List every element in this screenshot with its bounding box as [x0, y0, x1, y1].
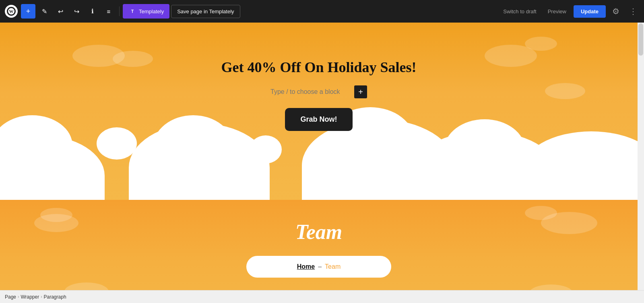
cloud-white — [250, 135, 282, 164]
team-title: Team — [295, 220, 343, 244]
bottom-breadcrumb-bar: Page › Wrapper › Paragraph — [0, 290, 644, 303]
preview-button[interactable]: Preview — [544, 5, 570, 18]
more-options-button[interactable]: ⋮ — [626, 3, 641, 19]
block-input-row: + — [270, 85, 367, 98]
content-area: Get 40% Off On Holiday Sales! + Grab Now… — [0, 23, 638, 303]
settings-button[interactable]: ⚙ — [609, 3, 623, 19]
toolbar-divider — [119, 6, 120, 16]
scrollbar[interactable] — [638, 23, 644, 303]
hero-content: Get 40% Off On Holiday Sales! + Grab Now… — [0, 23, 638, 131]
hero-section: Get 40% Off On Holiday Sales! + Grab Now… — [0, 23, 638, 200]
grab-now-button[interactable]: Grab Now! — [285, 108, 352, 131]
bottom-breadcrumb-wrapper[interactable]: Wrapper — [21, 294, 39, 300]
team-breadcrumb: Home – Team — [246, 256, 391, 278]
bottom-breadcrumb-page[interactable]: Page — [5, 294, 16, 300]
add-block-inline-button[interactable]: + — [354, 85, 367, 98]
save-templately-button[interactable]: Save page in Templately — [171, 5, 240, 18]
edit-button[interactable]: ✎ — [37, 4, 52, 19]
templately-icon: T — [128, 7, 136, 15]
hero-title: Get 40% Off On Holiday Sales! — [221, 59, 417, 76]
bottom-breadcrumb-arrow1: › — [18, 295, 19, 299]
toolbar-right: Switch to draft Preview Update ⚙ ⋮ — [499, 3, 641, 19]
undo-button[interactable]: ↩ — [53, 4, 68, 19]
breadcrumb-home-link[interactable]: Home — [297, 263, 315, 270]
bottom-breadcrumb-arrow2: › — [41, 295, 42, 299]
block-type-input[interactable] — [270, 87, 351, 97]
breadcrumb-separator: – — [318, 263, 322, 270]
team-section: Team Home – Team — [0, 200, 638, 303]
cloud-white — [521, 131, 638, 200]
breadcrumb-current: Team — [325, 263, 341, 270]
switch-draft-button[interactable]: Switch to draft — [499, 5, 540, 18]
info-button[interactable]: ℹ — [85, 4, 100, 19]
add-block-button[interactable]: + — [21, 4, 35, 19]
list-view-button[interactable]: ≡ — [101, 4, 116, 19]
cloud-white — [97, 127, 137, 160]
team-content: Team Home – Team — [0, 200, 638, 278]
wp-logo-icon: W — [7, 7, 16, 16]
wp-logo[interactable]: W — [3, 0, 19, 23]
bottom-breadcrumb-paragraph[interactable]: Paragraph — [44, 294, 66, 300]
update-button[interactable]: Update — [574, 5, 606, 18]
templately-button[interactable]: T Templately — [123, 4, 169, 19]
scrollbar-thumb[interactable] — [638, 23, 643, 56]
toolbar: W + ✎ ↩ ↪ ℹ ≡ T Templately Save page in … — [0, 0, 644, 23]
redo-button[interactable]: ↪ — [69, 4, 84, 19]
